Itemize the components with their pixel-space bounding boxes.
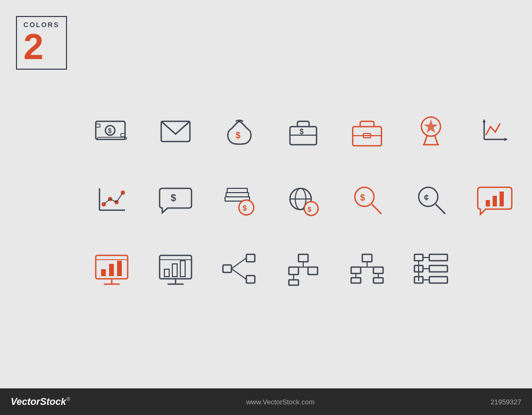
chat-bar-chart-icon [466,168,524,231]
svg-rect-46 [500,192,504,206]
brand-label: VectorStock [11,396,66,407]
dot-chart-icon [82,168,141,231]
svg-line-39 [372,204,381,214]
svg-text:$: $ [108,127,112,135]
svg-text:$: $ [300,127,304,136]
envelope-icon [146,98,205,162]
svg-rect-61 [223,265,231,272]
svg-rect-81 [373,278,383,283]
hierarchy-3-icon [402,237,460,301]
presentation-bar-icon [146,237,205,301]
money-bill-icon: $ [82,98,141,162]
svg-line-17 [435,135,438,145]
svg-text:¢: ¢ [424,193,429,202]
svg-rect-49 [109,264,114,276]
icon-grid: $ $ [82,98,524,301]
vectorstock-logo: VectorStock® [11,396,70,408]
registered-symbol: ® [66,396,70,402]
svg-rect-79 [351,278,361,283]
line-chart-icon [466,98,524,162]
svg-rect-56 [172,264,177,277]
svg-rect-84 [429,254,447,261]
award-star-icon [402,98,460,162]
svg-rect-73 [362,254,372,262]
chat-dollar-icon: $ [146,168,205,231]
svg-rect-62 [246,254,255,262]
colors-number: 2 [23,28,44,64]
svg-marker-15 [424,119,438,133]
hierarchy-1-icon [274,237,332,301]
svg-line-16 [424,135,427,145]
svg-rect-69 [289,267,298,275]
svg-text:$: $ [171,193,176,203]
svg-text:$: $ [360,193,365,202]
svg-rect-76 [351,267,361,273]
svg-line-42 [436,204,445,214]
svg-text:$: $ [236,131,240,140]
svg-text:$: $ [307,205,312,213]
bottom-bar: VectorStock® www.VectorStock.com 2195932… [0,388,532,415]
briefcase-dollar-icon: $ [274,98,332,162]
svg-rect-45 [493,196,497,206]
svg-rect-66 [298,254,308,262]
svg-rect-50 [117,261,122,276]
svg-rect-82 [414,254,423,261]
money-bag-icon: $ [210,98,269,162]
svg-line-64 [231,258,246,269]
brand-url: www.VectorStock.com [246,398,315,406]
main-content: COLORS 2 $ [0,0,532,388]
svg-rect-5 [97,137,127,139]
svg-rect-57 [180,261,185,277]
svg-rect-48 [101,269,106,276]
svg-rect-91 [429,277,447,283]
coins-stack-icon: $ [210,168,269,231]
svg-line-65 [231,269,246,279]
svg-rect-28 [227,188,247,193]
brand-name: VectorStock® [11,396,70,408]
share-node-icon [210,237,269,301]
svg-rect-55 [164,269,169,277]
svg-rect-63 [246,276,255,283]
hierarchy-2-icon [338,237,396,301]
search-dollar-icon: $ [338,168,396,231]
svg-rect-72 [289,280,298,285]
svg-rect-77 [373,267,383,273]
svg-rect-44 [486,200,490,206]
svg-text:$: $ [243,204,247,212]
svg-rect-88 [429,265,447,272]
portfolio-icon [338,98,396,162]
presentation-bar-filled-icon [82,237,141,301]
search-no-dollar-icon: ¢ [402,168,460,231]
colors-label: COLORS 2 [16,16,67,70]
globe-dollar-icon: $ [274,168,332,231]
svg-rect-29 [226,193,248,197]
svg-rect-70 [308,267,318,275]
stock-id: 21959327 [491,398,521,406]
